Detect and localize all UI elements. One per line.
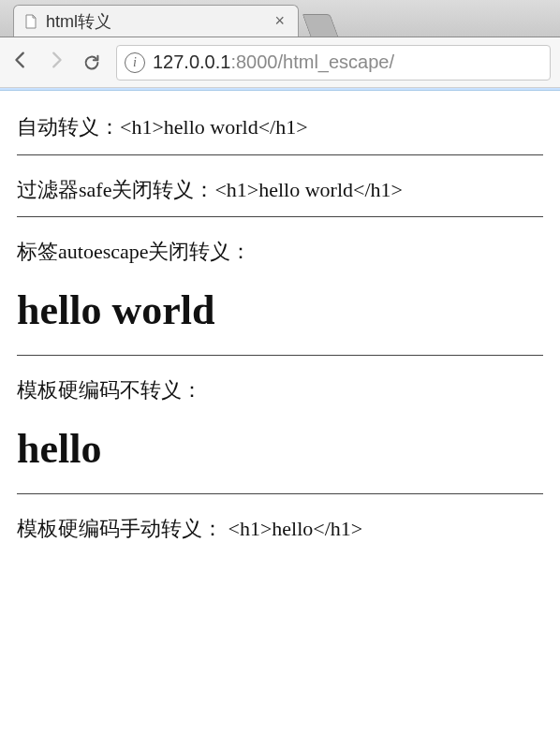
page-content: 自动转义：<h1>hello world</h1> 过滤器safe关闭转义：<h… (0, 91, 560, 542)
label: 模板硬编码不转义： (17, 378, 202, 402)
url-path: /html_escape/ (277, 51, 394, 72)
line-hardcode-manual-escape: 模板硬编码手动转义： <h1>hello</h1> (17, 515, 543, 543)
toolbar: i 127.0.0.1:8000/html_escape/ (0, 37, 560, 88)
back-button[interactable] (9, 48, 32, 77)
label: 模板硬编码手动转义： (17, 517, 223, 540)
url-port: :8000 (230, 51, 277, 72)
divider (17, 216, 543, 217)
address-bar[interactable]: i 127.0.0.1:8000/html_escape/ (116, 45, 551, 81)
close-icon[interactable]: × (271, 11, 288, 31)
label: 自动转义： (17, 115, 120, 139)
line-auto-escape: 自动转义：<h1>hello world</h1> (17, 113, 543, 141)
value: <h1>hello</h1> (223, 517, 362, 540)
line-hardcode-noescape: 模板硬编码不转义： (17, 376, 543, 404)
heading-hello: hello (17, 425, 543, 473)
value: <h1>hello world</h1> (120, 115, 308, 139)
forward-button[interactable] (45, 48, 67, 77)
line-autoescape-tag: 标签autoescape关闭转义： (17, 238, 543, 266)
label: 标签autoescape关闭转义： (17, 240, 252, 263)
divider (17, 493, 543, 494)
tab-title: html转义 (46, 10, 263, 33)
url-text: 127.0.0.1:8000/html_escape/ (153, 51, 394, 73)
new-tab-button[interactable] (302, 14, 339, 37)
value: <h1>hello world</h1> (214, 178, 403, 201)
line-safe-filter: 过滤器safe关闭转义：<h1>hello world</h1> (17, 176, 543, 204)
heading-hello-world: hello world (17, 286, 543, 334)
site-info-icon[interactable]: i (125, 52, 145, 73)
divider (17, 355, 543, 356)
url-host: 127.0.0.1 (153, 51, 230, 72)
label: 过滤器safe关闭转义： (17, 178, 214, 201)
browser-tab[interactable]: html转义 × (13, 5, 299, 37)
reload-button[interactable] (81, 51, 103, 74)
divider (17, 154, 543, 155)
file-icon (23, 14, 38, 29)
tab-bar: html转义 × (0, 0, 560, 37)
